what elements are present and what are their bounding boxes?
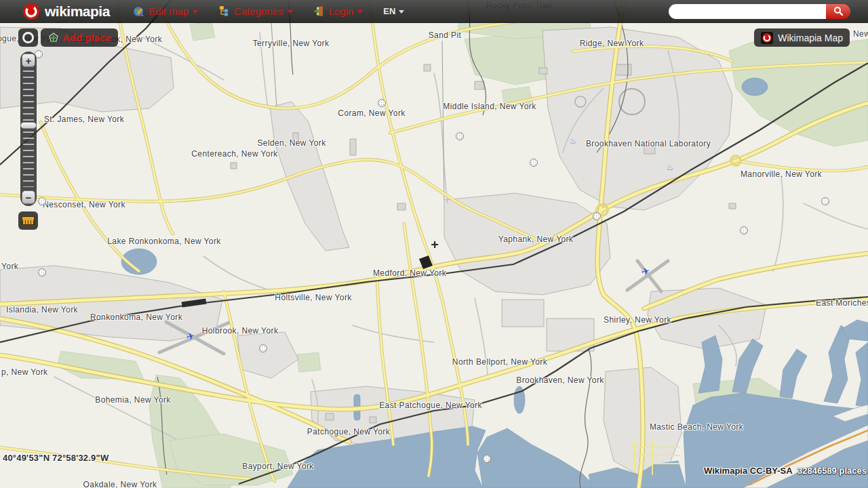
map-place-label: Holtsville, New York [275, 293, 351, 302]
zoom-slider[interactable]: + − [20, 52, 37, 206]
map-place-label: Coram, New York [338, 108, 405, 118]
map-place-label: Patchogue, New York [307, 427, 390, 436]
measure-tool-button[interactable] [18, 211, 38, 230]
map-place-label: New [853, 29, 868, 39]
map-cursor-crosshair: + [431, 238, 439, 251]
golf-course-icon [821, 197, 829, 205]
fountain-icon: ♨ [667, 163, 674, 171]
chevron-down-icon [193, 10, 198, 14]
map-place-label: St. James, New York [44, 115, 124, 124]
map-place-label: Mastic Beach, New York [650, 422, 743, 432]
map-place-label: Sand Pit [429, 30, 462, 40]
search-bar [669, 4, 850, 19]
map-place-label: Yaphank, New York [498, 235, 574, 244]
map-attribution: Wikimapia CC-BY-SA [704, 466, 793, 476]
topbar: wikimapia Edit map Categories [0, 0, 868, 23]
login-door-icon [313, 5, 325, 17]
golf-course-icon [38, 268, 46, 277]
menu-label: Edit map [149, 5, 189, 17]
cursor-coordinates: 40°49'53"N 72°58'32.9"W [3, 453, 108, 463]
fountain-icon: ♨ [570, 137, 577, 145]
map-place-label: Brookhaven National Laboratory [586, 139, 711, 148]
add-place-button[interactable]: Add place [41, 28, 118, 47]
map-place-label: East Patchogue, New York [379, 401, 482, 410]
map-place-label: Centereach, New York [191, 149, 277, 159]
map-place-label: Islandia, New York [6, 305, 78, 314]
map-place-label: Medford, New York [373, 268, 446, 278]
menu-label: Categories [234, 5, 283, 17]
gear-icon [22, 32, 34, 43]
map-place-label: Ronkonkoma, New York [90, 312, 182, 322]
map-options-button[interactable] [18, 28, 38, 47]
wikimapia-logo-icon [22, 3, 40, 20]
map-type-button[interactable]: Wikimapia Map [754, 28, 850, 47]
fountain-icon: ♨ [729, 405, 736, 413]
zoom-out-button[interactable]: − [22, 190, 35, 204]
golf-course-icon [483, 455, 491, 463]
globe-edit-icon [133, 5, 144, 17]
zoom-in-button[interactable]: + [22, 54, 35, 67]
golf-course-icon [740, 226, 748, 235]
chevron-down-icon [399, 10, 404, 14]
chevron-down-icon [288, 10, 293, 14]
places-count: 32846589 places [797, 466, 867, 476]
wikimapia-logo[interactable]: wikimapia [22, 3, 110, 20]
golf-course-icon [259, 344, 267, 352]
golf-course-icon [38, 197, 46, 205]
categories-tree-icon [218, 5, 230, 17]
map-place-label: East Moriches [816, 298, 868, 308]
golf-course-icon [593, 212, 601, 220]
menu-categories[interactable]: Categories [218, 5, 293, 17]
zoom-slider-ticks [23, 70, 34, 187]
add-place-icon [47, 33, 59, 43]
logo-text: wikimapia [45, 3, 110, 20]
wikimapia-app: { "topbar": { "logo_text": "wikimapia", … [0, 0, 868, 488]
map-place-label: Ridge, New York [580, 39, 644, 48]
map-place-label: York [1, 262, 18, 271]
map-place-label: Middle Island, New York [443, 102, 536, 111]
search-icon [833, 6, 844, 16]
zoom-slider-handle[interactable] [20, 122, 37, 129]
ruler-icon [22, 216, 35, 225]
search-button[interactable] [826, 4, 850, 19]
chevron-down-icon [357, 10, 363, 14]
search-input[interactable] [669, 4, 826, 19]
map-place-label: Oakdale, New York [83, 480, 157, 488]
map-place-label: Brookhaven, New York [516, 375, 604, 385]
wikimapia-map-icon [761, 32, 773, 44]
map-place-label: North Bellport, New York [452, 357, 547, 367]
menu-edit-map[interactable]: Edit map [133, 5, 198, 17]
map-type-label: Wikimapia Map [778, 33, 843, 43]
map-place-label: Bohemia, New York [95, 395, 171, 405]
map-place-label: Terryville, New York [253, 39, 330, 48]
map-place-label: Manorville, New York [741, 169, 822, 179]
language-label: EN [383, 6, 395, 16]
golf-course-icon [378, 99, 386, 107]
map-place-label: Nesconset, New York [43, 200, 125, 209]
add-place-label: Add place [62, 32, 111, 43]
menu-label: Login [329, 5, 354, 17]
language-selector[interactable]: EN [383, 6, 404, 16]
golf-course-icon [456, 132, 464, 140]
map-place-label: Lake Ronkonkoma, New York [107, 237, 220, 246]
map-place-label: Shirley, New York [604, 315, 671, 325]
map-place-label: p, New York [1, 367, 47, 377]
map-place-label: Bayport, New York [242, 462, 314, 471]
map-place-label: Holbrook, New York [202, 326, 279, 336]
menu-login[interactable]: Login [313, 5, 363, 17]
map-place-label: Selden, New York [257, 138, 326, 148]
topbar-menu: Edit map Categories Login [133, 5, 363, 17]
golf-course-icon [530, 159, 538, 167]
